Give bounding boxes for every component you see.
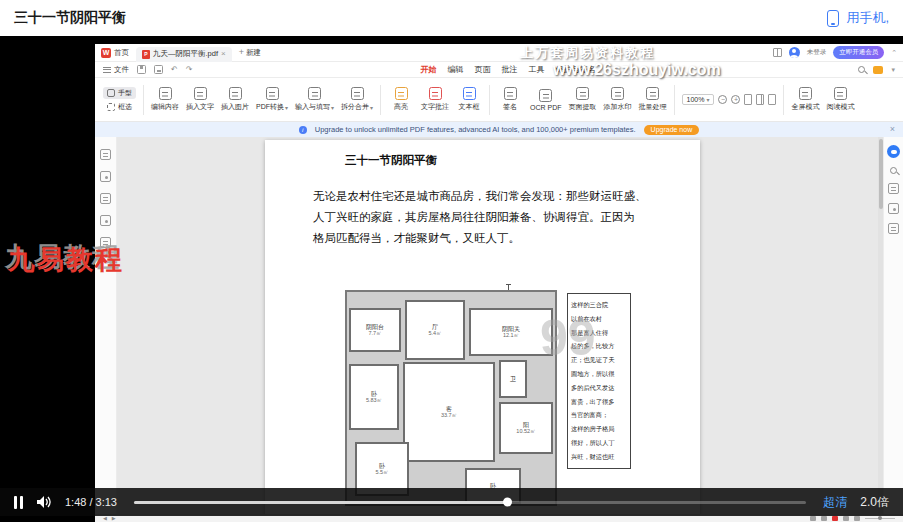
room-bathroom: 卫 xyxy=(499,360,527,398)
single-page-icon[interactable] xyxy=(744,94,752,105)
pause-button[interactable] xyxy=(14,496,23,509)
insert-text-icon xyxy=(194,87,207,100)
zoom-out-icon[interactable]: − xyxy=(718,95,727,104)
view-mode-icon[interactable] xyxy=(821,516,827,521)
insert-image-button[interactable]: 插入图片 xyxy=(221,87,249,112)
progress-bar[interactable] xyxy=(134,501,806,504)
new-tab-label: 新建 xyxy=(246,48,261,58)
read-mode-button[interactable]: 阅读模式 xyxy=(826,87,854,112)
hand-tool-button[interactable]: 手型 xyxy=(103,87,136,99)
zoom-in-icon[interactable]: + xyxy=(731,95,740,104)
search-icon[interactable] xyxy=(858,66,865,73)
tab-close-icon[interactable]: × xyxy=(221,50,226,58)
extract-pages-button[interactable]: 页面提取 xyxy=(569,87,597,112)
menu-page[interactable]: 页面 xyxy=(474,64,490,75)
translate-icon[interactable] xyxy=(888,203,899,214)
prev-page-icon[interactable]: ◀ xyxy=(103,516,107,521)
two-page-icon[interactable] xyxy=(756,94,764,105)
zoom-level-select[interactable]: 100% ▾ xyxy=(682,94,715,105)
player-controls: 1:48 / 3:13 超清 2.0倍 xyxy=(0,488,903,516)
collapse-chevron-icon[interactable]: ⌃ xyxy=(891,49,897,56)
bookmarks-icon[interactable] xyxy=(100,149,111,160)
pdf-menubar: 文件 ↶ ↷ 开始 编辑 页面 批注 工具 保护与签名 ▾ xyxy=(95,62,903,78)
find-icon[interactable] xyxy=(890,167,897,174)
dropdown-arrow-icon: ▾ xyxy=(370,104,373,111)
home-button[interactable]: W 首页 xyxy=(101,48,129,58)
marquee-icon xyxy=(107,103,115,111)
print-icon[interactable] xyxy=(154,65,163,74)
textbox-icon xyxy=(463,87,476,100)
menu-tools[interactable]: 工具 xyxy=(528,64,544,75)
course-watermark: 上万套周易资料教程 xyxy=(520,44,655,62)
floorplan-image: 阴阳台 7.7㎡ 厅 5.4㎡ 阴阳关 12.1㎡ 卧 xyxy=(345,290,557,506)
user-avatar[interactable] xyxy=(789,47,800,58)
text-comment-button[interactable]: 文字批注 xyxy=(421,87,449,112)
select-tool-button[interactable]: 框选 xyxy=(103,101,136,113)
record-icon[interactable] xyxy=(832,516,838,521)
edit-content-button[interactable]: 编辑内容 xyxy=(151,87,179,112)
ocr-button[interactable]: OCR PDF xyxy=(530,89,562,111)
insert-text-button[interactable]: 插入文字 xyxy=(186,87,214,112)
split-merge-button[interactable]: 拆分合并▾ xyxy=(341,87,373,112)
pdf-file-icon: P xyxy=(142,50,150,59)
room-bedroom-left: 卧 5.83㎡ xyxy=(349,364,399,430)
menu-comment[interactable]: 批注 xyxy=(501,64,517,75)
progress-handle[interactable] xyxy=(503,498,512,507)
document-tab[interactable]: P 九天—阴阳平衡.pdf × xyxy=(136,47,232,62)
zoom-slider[interactable] xyxy=(865,518,895,520)
member-badge-icon[interactable] xyxy=(873,66,883,74)
time-display: 1:48 / 3:13 xyxy=(65,496,117,508)
watch-on-phone[interactable]: 用手机, xyxy=(827,9,889,27)
toolbar-divider xyxy=(143,85,144,115)
new-tab-button[interactable]: + 新建 xyxy=(239,48,261,58)
file-menu-label: 文件 xyxy=(114,65,129,75)
fill-sign-button[interactable]: 输入与填写▾ xyxy=(295,87,334,112)
save-icon[interactable] xyxy=(137,65,146,74)
fullscreen-mode-button[interactable]: 全屏模式 xyxy=(791,87,819,112)
batch-process-icon xyxy=(646,87,659,100)
pdf-body: 三十一节阴阳平衡 无论是农村住宅还是城市商品房，我们常会发现：那些财运旺盛、 人… xyxy=(95,137,903,514)
view-mode-icon[interactable] xyxy=(854,516,860,521)
video-player[interactable]: W 首页 P 九天—阴阳平衡.pdf × + 新建 未登录 立即开通会员 ⌃ xyxy=(0,36,903,522)
menu-home[interactable]: 开始 xyxy=(420,64,436,75)
vip-upgrade-button[interactable]: 立即开通会员 xyxy=(833,46,884,59)
ai-assistant-button[interactable] xyxy=(887,145,900,158)
undo-icon[interactable]: ↶ xyxy=(171,66,178,74)
file-menu-button[interactable]: 文件 xyxy=(103,65,129,75)
zoom-controls: 100% ▾ − + xyxy=(682,94,777,105)
textbox-button[interactable]: 文本框 xyxy=(456,87,482,112)
read-mode-icon xyxy=(834,87,847,100)
redo-icon[interactable]: ↷ xyxy=(186,66,193,74)
pdf-convert-button[interactable]: PDF转换▾ xyxy=(256,87,288,112)
next-page-icon[interactable]: ▶ xyxy=(112,516,116,521)
upgrade-now-button[interactable]: Upgrade now xyxy=(644,125,700,135)
signature-button[interactable]: 签名 xyxy=(497,87,523,112)
highlight-button[interactable]: 高亮 xyxy=(388,87,414,112)
volume-icon[interactable] xyxy=(36,495,52,509)
speed-button[interactable]: 2.0倍 xyxy=(860,494,889,511)
pdf-tabbar: W 首页 P 九天—阴阳平衡.pdf × + 新建 未登录 立即开通会员 ⌃ xyxy=(95,44,903,62)
properties-icon[interactable] xyxy=(888,183,899,194)
quality-button[interactable]: 超清 xyxy=(823,494,847,511)
comments-icon[interactable] xyxy=(100,193,111,204)
menu-edit[interactable]: 编辑 xyxy=(447,64,463,75)
layout-grid-icon[interactable] xyxy=(773,48,782,57)
pointer-mode-group: 手型 框选 xyxy=(103,87,136,113)
attachments-icon[interactable] xyxy=(100,215,111,226)
scrollbar-thumb[interactable] xyxy=(879,139,883,209)
thumbnails-icon[interactable] xyxy=(100,171,111,182)
document-canvas[interactable]: 三十一节阴阳平衡 无论是农村住宅还是城市商品房，我们常会发现：那些财运旺盛、 人… xyxy=(117,137,883,514)
website-watermark: www.26szhouyiw.com xyxy=(553,61,721,79)
view-mode-icon[interactable] xyxy=(810,516,816,521)
login-status-label[interactable]: 未登录 xyxy=(807,48,827,57)
view-mode-icon[interactable] xyxy=(843,516,849,521)
more-tools-icon[interactable] xyxy=(888,223,899,234)
watermark-button[interactable]: 添加水印 xyxy=(604,87,632,112)
page-watermark: 99 xyxy=(540,309,596,367)
continuous-page-icon[interactable] xyxy=(768,94,776,105)
batch-process-button[interactable]: 批量处理 xyxy=(639,87,667,112)
room-hall: 厅 5.4㎡ xyxy=(405,300,465,360)
banner-close-icon[interactable]: × xyxy=(890,124,895,134)
chevron-down-icon[interactable]: ▾ xyxy=(891,66,895,73)
vertical-scrollbar[interactable] xyxy=(878,137,883,514)
